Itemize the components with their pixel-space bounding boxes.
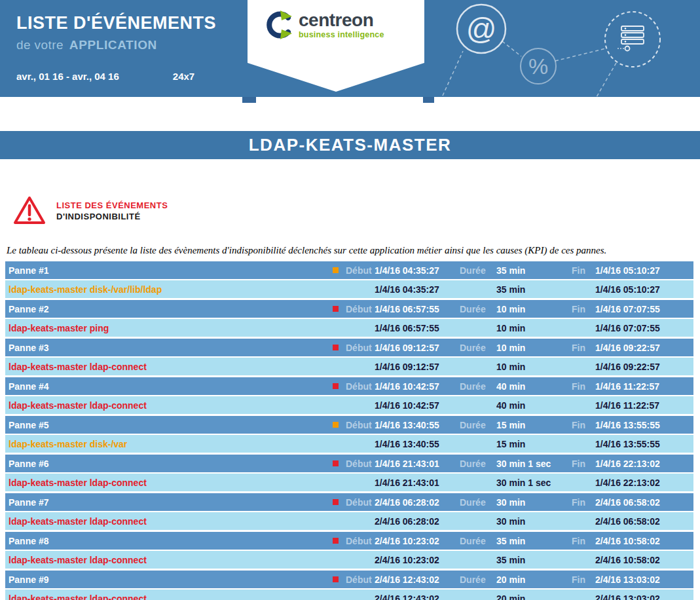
kpi-end-time: 2/4/16 06:58:02: [595, 516, 690, 527]
duration-label: Durée: [460, 459, 496, 469]
event-end-time: 2/4/16 06:58:02: [595, 497, 690, 508]
duration-label: Durée: [460, 536, 496, 546]
unavailability-heading: LISTE DES ÉVÉNEMENTS D'INDISPONIBILITÉ: [13, 195, 700, 225]
end-label: Fin: [572, 420, 595, 430]
event-name: Panne #1: [9, 265, 333, 276]
severity-cell: [333, 460, 346, 466]
severity-cell: [333, 538, 346, 544]
kpi-name: ldap-keats-master disk-/var/lib/ldap: [9, 284, 333, 295]
centreon-logo: centreon business intelligence: [265, 10, 384, 39]
ribbon-fold-left: [242, 97, 256, 103]
event-name: Panne #3: [9, 343, 333, 353]
kpi-end-time: 1/4/16 22:13:02: [595, 478, 690, 488]
kpi-start-time: 1/4/16 06:57:55: [375, 323, 460, 333]
severity-cell: [333, 576, 346, 582]
event-name: Panne #2: [9, 304, 333, 314]
event-name: Panne #5: [9, 420, 333, 430]
kpi-name: ldap-keats-master ldap-connect: [9, 516, 333, 527]
event-start-time: 1/4/16 21:43:01: [375, 459, 460, 469]
severity-square-icon: [333, 345, 339, 350]
event-name: Panne #4: [9, 381, 333, 392]
report-meta: avr., 01 16 - avr., 04 1624x7: [16, 71, 194, 82]
event-duration: 15 min: [496, 420, 572, 430]
event-end-time: 1/4/16 13:55:55: [595, 420, 690, 430]
kpi-duration: 15 min: [496, 439, 572, 449]
event-start-time: 1/4/16 09:12:57: [375, 343, 460, 353]
duration-label: Durée: [460, 574, 496, 585]
event-name: Panne #9: [9, 574, 333, 585]
severity-square-icon: [333, 460, 339, 466]
event-start-time: 1/4/16 10:42:57: [375, 381, 460, 392]
end-label: Fin: [572, 343, 595, 353]
report-header: LISTE D'ÉVÉNEMENTS de votreAPPLICATION a…: [0, 0, 700, 97]
report-page: LISTE D'ÉVÉNEMENTS de votreAPPLICATION a…: [0, 0, 700, 600]
event-name: Panne #6: [9, 459, 333, 469]
duration-label: Durée: [460, 497, 496, 508]
event-summary-row: Panne #6 Début 1/4/16 21:43:01 Durée 30 …: [5, 455, 693, 472]
severity-square-icon: [333, 306, 339, 312]
event-end-time: 1/4/16 05:10:27: [595, 265, 690, 276]
application-name: LDAP-KEATS-MASTER: [249, 135, 452, 155]
event-start-time: 1/4/16 13:40:55: [375, 420, 460, 430]
event-duration: 30 min: [496, 497, 572, 508]
header-decorations: @ %: [432, 0, 700, 97]
event-end-time: 1/4/16 11:22:57: [595, 381, 690, 392]
kpi-duration: 30 min: [496, 516, 572, 527]
event-kpi-row: ldap-keats-master ping 1/4/16 06:57:55 1…: [5, 319, 693, 337]
event-kpi-row: ldap-keats-master ldap-connect 1/4/16 21…: [5, 474, 693, 491]
severity-cell: [333, 499, 346, 505]
event-end-time: 1/4/16 09:22:57: [595, 343, 690, 353]
report-subtitle-prefix: de votre: [16, 38, 64, 52]
kpi-duration: 35 min: [496, 555, 572, 565]
server-icon: [605, 12, 660, 67]
start-label: Début: [346, 536, 375, 546]
logo-ribbon: centreon business intelligence: [248, 0, 424, 92]
event-duration: 20 min: [496, 574, 572, 585]
kpi-duration: 30 min 1 sec: [496, 478, 572, 488]
kpi-name: ldap-keats-master disk-/var: [9, 439, 333, 449]
svg-text:@: @: [466, 12, 497, 46]
event-summary-row: Panne #4 Début 1/4/16 10:42:57 Durée 40 …: [5, 377, 693, 395]
duration-label: Durée: [460, 265, 496, 276]
event-kpi-row: ldap-keats-master disk-/var 1/4/16 13:40…: [5, 435, 693, 453]
event-end-time: 2/4/16 13:03:02: [595, 574, 690, 585]
kpi-duration: 10 min: [496, 323, 572, 333]
event-end-time: 2/4/16 10:58:02: [595, 536, 690, 546]
event-end-time: 1/4/16 07:07:55: [595, 304, 690, 314]
event-start-time: 2/4/16 10:23:02: [375, 536, 460, 546]
ribbon-fold-right: [423, 97, 434, 103]
start-label: Début: [346, 304, 375, 314]
severity-square-icon: [333, 538, 339, 544]
kpi-name: ldap-keats-master ldap-connect: [9, 478, 333, 488]
kpi-end-time: 2/4/16 13:03:02: [595, 593, 690, 600]
start-label: Début: [346, 343, 375, 353]
kpi-duration: 20 min: [496, 593, 572, 600]
warning-triangle-icon: [13, 195, 46, 225]
event-group: Panne #6 Début 1/4/16 21:43:01 Durée 30 …: [5, 455, 693, 491]
report-date-range: avr., 01 16 - avr., 04 16: [16, 71, 119, 82]
events-table: Panne #1 Début 1/4/16 04:35:27 Durée 35 …: [5, 261, 693, 600]
start-label: Début: [346, 381, 375, 392]
kpi-end-time: 1/4/16 11:22:57: [595, 400, 690, 411]
event-summary-row: Panne #7 Début 2/4/16 06:28:02 Durée 30 …: [5, 493, 693, 511]
severity-square-icon: [333, 576, 339, 582]
kpi-end-time: 2/4/16 10:58:02: [595, 555, 690, 565]
kpi-start-time: 1/4/16 04:35:27: [375, 284, 460, 295]
kpi-start-time: 2/4/16 10:23:02: [375, 555, 460, 565]
severity-square-icon: [333, 422, 339, 428]
end-label: Fin: [572, 497, 595, 508]
start-label: Début: [346, 265, 375, 276]
logo-text: centreon business intelligence: [299, 11, 384, 39]
kpi-end-time: 1/4/16 09:22:57: [595, 362, 690, 372]
event-start-time: 2/4/16 06:28:02: [375, 497, 460, 508]
report-subtitle-app: APPLICATION: [69, 38, 157, 52]
percent-icon: %: [521, 48, 556, 84]
start-label: Début: [346, 420, 375, 430]
end-label: Fin: [572, 265, 595, 276]
centreon-logo-icon: [265, 10, 293, 39]
severity-cell: [333, 306, 346, 312]
event-summary-row: Panne #9 Début 2/4/16 12:43:02 Durée 20 …: [5, 571, 693, 588]
event-start-time: 1/4/16 06:57:55: [375, 304, 460, 314]
event-duration: 35 min: [496, 536, 572, 546]
kpi-start-time: 2/4/16 12:43:02: [375, 593, 460, 600]
